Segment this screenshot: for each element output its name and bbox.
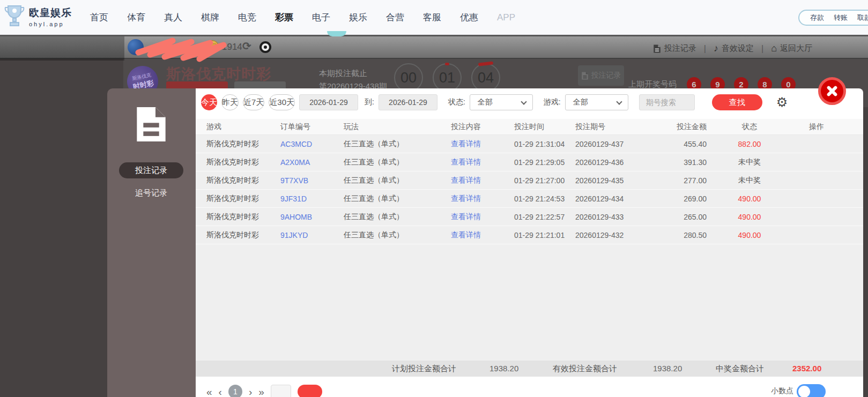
pager: « ‹ 1 › »: [206, 385, 322, 397]
partial-grey-button[interactable]: [234, 81, 286, 89]
order-id-link[interactable]: 91JKYD: [280, 231, 344, 239]
toolbar-bet-records[interactable]: 投注记录: [653, 43, 696, 54]
order-id-link[interactable]: 9T7XVB: [280, 176, 344, 185]
first-page-icon[interactable]: «: [206, 387, 212, 397]
order-id-link[interactable]: AC3MCD: [280, 140, 344, 148]
document-icon: [581, 71, 589, 80]
trophy-icon: [4, 4, 25, 29]
view-details-link[interactable]: 查看详情: [451, 212, 514, 222]
status-select[interactable]: 全部: [470, 94, 533, 110]
close-button[interactable]: [818, 77, 846, 105]
gear-icon[interactable]: ⚙: [776, 96, 788, 109]
game-select[interactable]: 全部: [565, 94, 628, 110]
nav-item[interactable]: 娱乐: [345, 9, 372, 26]
wallet-actions: 存款转账取款: [798, 10, 868, 26]
quick-date-filter[interactable]: 近30天: [269, 94, 295, 110]
status-value: 490.00: [707, 213, 792, 221]
quick-date-filter[interactable]: 昨天: [221, 94, 239, 110]
table-body: 斯洛伐克时时彩 AC3MCD 任三直选（单式） 查看详情 01-29 21:31…: [196, 135, 863, 244]
search-button[interactable]: 查找: [712, 94, 762, 110]
separator: |: [704, 44, 706, 54]
decoration-bubble: [327, 31, 346, 36]
nav-item[interactable]: 彩票: [271, 9, 298, 26]
sidebar-item-chase-records[interactable]: 追号记录: [119, 185, 183, 201]
decimal-toggle-label: 小数点: [771, 386, 793, 396]
top-navbar: 欧皇娱乐 ohyl.app 首页体育真人棋牌电竞彩票电子娱乐合营客服优惠APP …: [0, 0, 868, 35]
order-id-link[interactable]: 9AHOMB: [280, 213, 344, 221]
view-details-link[interactable]: 查看详情: [451, 194, 514, 204]
countdown-digit: 04: [471, 63, 500, 92]
nav-item[interactable]: 电子: [308, 9, 335, 26]
nav-item[interactable]: 合营: [382, 9, 409, 26]
view-details-link[interactable]: 查看详情: [451, 176, 514, 185]
period-search-input[interactable]: [639, 94, 695, 110]
valid-total-label: 有效投注金额合计: [553, 364, 617, 374]
main-nav: 首页体育真人棋牌电竞彩票电子娱乐合营客服优惠APP: [86, 0, 520, 35]
pagination-bar: « ‹ 1 › » 小数点: [196, 377, 863, 397]
nav-item[interactable]: 电竞: [234, 9, 261, 26]
eye-icon[interactable]: [259, 41, 271, 53]
partial-red-button[interactable]: [166, 81, 228, 89]
nav-item[interactable]: APP: [493, 10, 520, 25]
nav-item[interactable]: 优惠: [456, 9, 483, 26]
account-toolbar: 1914 ⟳ 投注记录 | ♪ 音效设定 | ⌂ 返回大厅: [0, 35, 868, 59]
nav-item[interactable]: 客服: [419, 9, 446, 26]
quick-date-filter[interactable]: 近7天: [243, 94, 264, 110]
countdown-digit: 01: [433, 63, 462, 92]
toolbar-links: 投注记录 | ♪ 音效设定 | ⌂ 返回大厅: [653, 36, 812, 61]
order-id-link[interactable]: 9JF31D: [280, 194, 344, 203]
refresh-icon[interactable]: ⟳: [242, 40, 251, 53]
toolbar-return-lobby[interactable]: ⌂ 返回大厅: [771, 43, 812, 54]
table-header: 游戏 订单编号 玩法 投注内容 投注时间 投注期号 投注金额 状态 操作: [196, 119, 863, 135]
nav-item[interactable]: 体育: [123, 9, 150, 26]
table-row: 斯洛伐克时时彩 9AHOMB 任三直选（单式） 查看详情 01-29 21:22…: [196, 208, 863, 226]
filter-bar: 今天昨天近7天近30天 到: 状态: 全部 游戏: 全部 查找 ⚙: [201, 94, 788, 110]
music-note-icon: ♪: [714, 43, 718, 54]
table-row: 斯洛伐克时时彩 9T7XVB 任三直选（单式） 查看详情 01-29 21:27…: [196, 171, 863, 190]
toolbar-sound-settings[interactable]: ♪ 音效设定: [714, 43, 754, 54]
last-page-icon[interactable]: »: [258, 387, 264, 397]
table-row: 斯洛伐克时时彩 A2X0MA 任三直选（单式） 查看详情 01-29 21:29…: [196, 153, 863, 171]
wallet-action[interactable]: 取款: [857, 13, 868, 23]
decimal-toggle[interactable]: [797, 384, 826, 397]
page-jump-input[interactable]: [271, 385, 291, 397]
logo-subtitle: ohyl.app: [29, 21, 72, 27]
table-row: 斯洛伐克时时彩 AC3MCD 任三直选（单式） 查看详情 01-29 21:31…: [196, 135, 863, 153]
page-jump-button[interactable]: [298, 385, 322, 397]
date-from-input[interactable]: [299, 94, 358, 110]
chevron-down-icon: [521, 99, 526, 104]
document-icon: [653, 44, 661, 54]
bet-record-button-behind[interactable]: 投注记录: [578, 65, 624, 86]
nav-item[interactable]: 首页: [86, 9, 113, 26]
next-page-icon[interactable]: ›: [249, 387, 252, 397]
wallet-action[interactable]: 存款: [810, 13, 824, 23]
brand-logo[interactable]: 欧皇娱乐 ohyl.app: [4, 4, 72, 29]
status-value: 490.00: [707, 231, 792, 239]
table-row: 斯洛伐克时时彩 91JKYD 任三直选（单式） 查看详情 01-29 21:21…: [196, 226, 863, 244]
game-label: 游戏:: [544, 98, 561, 107]
nav-item[interactable]: 真人: [160, 9, 187, 26]
deadline-label: 本期投注截止: [319, 69, 367, 79]
records-document-icon: [134, 103, 168, 145]
countdown-digit: 00: [394, 63, 423, 92]
status-value: 未中奖: [707, 176, 792, 185]
sidebar-item-bet-records[interactable]: 投注记录: [119, 162, 183, 178]
wallet-action[interactable]: 转账: [834, 13, 848, 23]
view-details-link[interactable]: 查看详情: [451, 139, 514, 149]
status-value: 882.00: [707, 140, 792, 148]
view-details-link[interactable]: 查看详情: [451, 158, 514, 167]
to-label: 到:: [365, 98, 374, 107]
current-page-badge[interactable]: 1: [228, 385, 242, 397]
status-value: 未中奖: [707, 158, 792, 167]
redaction-scribble: [135, 34, 229, 62]
plan-total-label: 计划投注金额合计: [392, 364, 456, 374]
order-id-link[interactable]: A2X0MA: [280, 158, 344, 167]
view-details-link[interactable]: 查看详情: [451, 230, 514, 240]
date-to-input[interactable]: [379, 94, 437, 110]
nav-item[interactable]: 棋牌: [197, 9, 224, 26]
quick-date-filter[interactable]: 今天: [201, 94, 217, 110]
close-icon: [826, 85, 839, 98]
prev-page-icon[interactable]: ‹: [219, 387, 222, 397]
totals-bar: 计划投注金额合计 1938.20 有效投注金额合计 1938.20 中奖金额合计…: [196, 361, 863, 377]
home-icon: ⌂: [771, 43, 777, 54]
